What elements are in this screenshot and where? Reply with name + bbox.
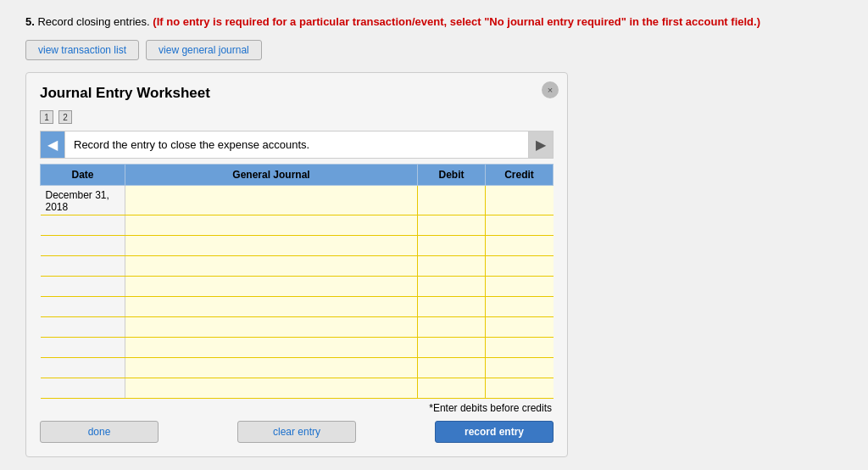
date-cell-8	[41, 338, 125, 358]
debit-cell-5[interactable]	[418, 277, 486, 297]
credit-cell-7[interactable]	[486, 317, 554, 338]
date-cell-10	[41, 378, 125, 399]
entry-description: Record the entry to close the expense ac…	[64, 131, 529, 158]
instruction-warning: (If no entry is required for a particula…	[153, 15, 760, 28]
date-cell-5	[41, 277, 125, 297]
page-2-button[interactable]: 2	[58, 110, 72, 124]
done-button[interactable]: done	[40, 421, 159, 443]
table-row	[41, 277, 554, 297]
next-entry-button[interactable]: ▶	[529, 131, 553, 158]
credit-cell-10[interactable]	[486, 378, 554, 399]
entry-nav-container: ◀ Record the entry to close the expense …	[40, 131, 554, 159]
credit-cell-8[interactable]	[486, 338, 554, 358]
col-header-debit: Debit	[418, 165, 486, 186]
debit-cell-7[interactable]	[418, 317, 486, 338]
instruction-text: 5. Record closing entries. (If no entry …	[25, 15, 843, 28]
top-button-row: view transaction list view general journ…	[25, 40, 843, 60]
debit-cell-2[interactable]	[418, 215, 486, 236]
col-header-credit: Credit	[486, 165, 554, 186]
close-button[interactable]: ×	[542, 81, 559, 98]
page-1-button[interactable]: 1	[40, 110, 53, 124]
credit-cell-2[interactable]	[486, 215, 554, 236]
table-row	[41, 256, 554, 277]
gj-cell-6[interactable]	[125, 297, 418, 317]
debit-cell-6[interactable]	[418, 297, 486, 317]
credit-cell-9[interactable]	[486, 358, 554, 378]
worksheet-title: Journal Entry Worksheet	[40, 85, 554, 102]
table-row	[41, 378, 554, 399]
date-cell-3	[41, 236, 125, 256]
credit-cell-3[interactable]	[486, 236, 554, 256]
date-cell-9	[41, 358, 125, 378]
date-cell-1: December 31,2018	[41, 186, 125, 215]
record-entry-button[interactable]: record entry	[435, 421, 554, 443]
debits-note: *Enter debits before credits	[40, 402, 554, 414]
gj-cell-10[interactable]	[125, 378, 418, 399]
table-row	[41, 358, 554, 378]
view-general-journal-button[interactable]: view general journal	[146, 40, 262, 60]
debit-cell-9[interactable]	[418, 358, 486, 378]
table-row	[41, 338, 554, 358]
debit-cell-3[interactable]	[418, 236, 486, 256]
credit-cell-6[interactable]	[486, 297, 554, 317]
table-row: December 31,2018	[41, 186, 554, 215]
clear-entry-button[interactable]: clear entry	[237, 421, 356, 443]
prev-entry-button[interactable]: ◀	[41, 131, 64, 158]
instruction-number: 5.	[25, 15, 35, 28]
table-row	[41, 236, 554, 256]
gj-cell-9[interactable]	[125, 358, 418, 378]
col-header-date: Date	[41, 165, 125, 186]
gj-cell-4[interactable]	[125, 256, 418, 277]
table-row	[41, 317, 554, 338]
table-row	[41, 297, 554, 317]
credit-cell-1[interactable]	[486, 186, 554, 215]
page-nav: 1 2	[40, 110, 554, 124]
credit-cell-5[interactable]	[486, 277, 554, 297]
gj-cell-7[interactable]	[125, 317, 418, 338]
debit-cell-10[interactable]	[418, 378, 486, 399]
date-cell-2	[41, 215, 125, 236]
date-cell-6	[41, 297, 125, 317]
journal-table: Date General Journal Debit Credit Decemb…	[40, 164, 554, 399]
gj-cell-3[interactable]	[125, 236, 418, 256]
debit-cell-8[interactable]	[418, 338, 486, 358]
date-cell-7	[41, 317, 125, 338]
gj-cell-1[interactable]	[125, 186, 418, 215]
debit-cell-4[interactable]	[418, 256, 486, 277]
debit-cell-1[interactable]	[418, 186, 486, 215]
table-row	[41, 215, 554, 236]
bottom-button-row: done clear entry record entry	[40, 421, 554, 443]
gj-cell-8[interactable]	[125, 338, 418, 358]
credit-cell-4[interactable]	[486, 256, 554, 277]
view-transaction-list-button[interactable]: view transaction list	[25, 40, 139, 60]
date-cell-4	[41, 256, 125, 277]
gj-cell-5[interactable]	[125, 277, 418, 297]
gj-cell-2[interactable]	[125, 215, 418, 236]
col-header-general-journal: General Journal	[125, 165, 418, 186]
journal-entry-worksheet: Journal Entry Worksheet × 1 2 ◀ Record t…	[25, 72, 568, 457]
